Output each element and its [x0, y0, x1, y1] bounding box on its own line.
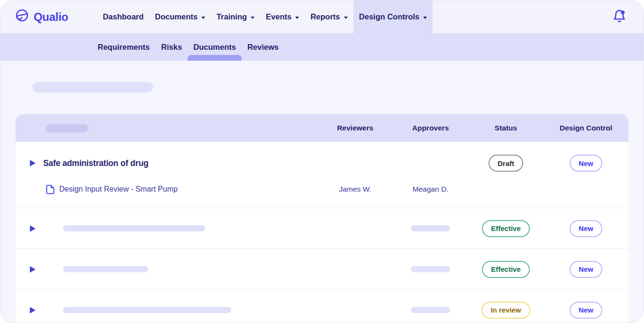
bell-icon — [612, 9, 626, 25]
header-cell-approvers: Approvers — [393, 124, 468, 132]
subnav-item-requirements[interactable]: Requirements — [92, 33, 155, 61]
qualio-app-window: Qualio Dashboard Documents Training Even… — [0, 0, 644, 323]
header-name-skeleton — [45, 124, 88, 132]
expand-row-icon[interactable] — [30, 225, 36, 232]
table-row: Effective New — [16, 208, 628, 249]
nav-item-training[interactable]: Training — [211, 0, 260, 33]
qualio-logo-icon — [15, 9, 29, 25]
status-badge-draft: Draft — [489, 155, 523, 172]
approver-skeleton — [411, 307, 450, 313]
chevron-down-icon — [251, 17, 254, 19]
approver-name: Meagan D. — [393, 185, 468, 194]
page-title-skeleton — [33, 82, 153, 92]
subnav-label: Requirements — [98, 43, 150, 52]
status-badge-effective: Effective — [482, 261, 530, 278]
notifications-button[interactable] — [612, 9, 626, 25]
nav-label: Training — [217, 12, 247, 21]
table-row-group: Safe administration of drug Draft New — [16, 142, 628, 208]
approver-skeleton — [411, 266, 450, 272]
status-badge-in-review: In review — [481, 302, 530, 319]
subnav-item-risks[interactable]: Risks — [155, 33, 188, 61]
header-cell-name — [16, 124, 317, 132]
design-control-badge-new[interactable]: New — [570, 302, 602, 319]
nav-label: Events — [266, 12, 291, 21]
nav-item-design-controls[interactable]: Design Controls — [354, 0, 433, 33]
subnav-label: Risks — [161, 43, 182, 52]
row-name-skeleton — [63, 266, 148, 272]
chevron-down-icon — [344, 17, 348, 19]
header-cell-reviewers: Reviewers — [317, 124, 393, 132]
table-row: In review New — [16, 290, 628, 323]
table-header-row: Reviewers Approvers Status Design Contro… — [16, 114, 628, 142]
document-icon — [46, 185, 54, 194]
nav-item-reports[interactable]: Reports — [305, 0, 353, 33]
status-badge-effective: Effective — [482, 220, 530, 237]
chevron-down-icon — [201, 17, 205, 19]
design-control-documents-table: Reviewers Approvers Status Design Contro… — [16, 114, 628, 323]
nav-label: Documents — [155, 12, 198, 21]
active-tab-indicator — [188, 55, 242, 61]
main-menu: Dashboard Documents Training Events Repo… — [97, 0, 433, 33]
notification-dot — [621, 10, 625, 14]
subnav-label: Reviews — [247, 43, 279, 52]
chevron-down-icon — [423, 17, 427, 19]
expand-row-icon[interactable] — [30, 266, 36, 273]
expand-row-icon[interactable] — [30, 307, 36, 314]
nav-label: Reports — [310, 12, 340, 21]
nav-label: Design Controls — [359, 12, 419, 21]
design-control-badge-new[interactable]: New — [570, 261, 602, 278]
document-title-link[interactable]: Design Input Review - Smart Pump — [59, 185, 178, 194]
approver-skeleton — [411, 225, 450, 231]
nav-label: Dashboard — [103, 12, 144, 21]
main-content: Reviewers Approvers Status Design Contro… — [0, 61, 644, 323]
chevron-down-icon — [295, 17, 299, 19]
nav-item-events[interactable]: Events — [260, 0, 305, 33]
header-cell-status: Status — [468, 124, 544, 132]
qualio-logo[interactable]: Qualio — [15, 0, 68, 33]
reviewer-name: James W. — [317, 185, 393, 194]
subnav-item-ducuments[interactable]: Ducuments — [188, 33, 242, 61]
header-cell-design-control: Design Control — [544, 124, 628, 132]
design-control-badge-new[interactable]: New — [570, 220, 602, 237]
document-sub-row: Design Input Review - Smart Pump James W… — [16, 177, 628, 202]
expand-row-icon[interactable] — [30, 160, 36, 166]
design-control-badge-new[interactable]: New — [570, 155, 602, 172]
table-body: Safe administration of drug Draft New — [16, 142, 628, 323]
group-title[interactable]: Safe administration of drug — [43, 158, 148, 168]
row-name-skeleton — [63, 307, 231, 313]
design-controls-sub-navigation: Requirements Risks Ducuments Reviews — [0, 33, 644, 61]
subnav-label: Ducuments — [193, 43, 236, 52]
nav-item-dashboard[interactable]: Dashboard — [97, 0, 149, 33]
table-row: Effective New — [16, 249, 628, 290]
subnav-item-reviews[interactable]: Reviews — [242, 33, 284, 61]
nav-item-documents[interactable]: Documents — [149, 0, 211, 33]
top-navigation-bar: Qualio Dashboard Documents Training Even… — [0, 0, 644, 33]
qualio-logo-text: Qualio — [34, 10, 68, 24]
row-name-skeleton — [63, 225, 205, 231]
